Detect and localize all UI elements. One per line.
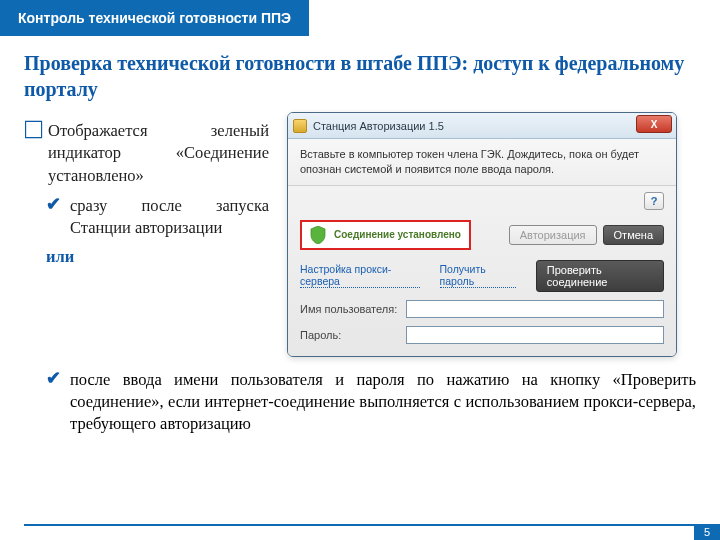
footer-line	[24, 524, 694, 540]
password-label: Пароль:	[300, 329, 400, 341]
or-label: или	[46, 247, 269, 267]
password-input[interactable]	[406, 326, 664, 344]
banner: Контроль технической готовности ППЭ	[0, 0, 309, 36]
help-button[interactable]: ?	[644, 192, 664, 210]
username-input[interactable]	[406, 300, 664, 318]
app-icon	[293, 119, 307, 133]
close-button[interactable]: X	[636, 115, 672, 133]
dialog-titlebar: Станция Авторизации 1.5 X	[288, 113, 676, 139]
dialog-prompt: Вставьте в компьютер токен члена ГЭК. До…	[288, 139, 676, 186]
sub-bullet-2: ✔ после ввода имени пользователя и парол…	[46, 369, 696, 436]
check-icon: ✔	[46, 195, 60, 240]
main-bullet-text: Отображается зеленый индикатор «Соединен…	[48, 120, 269, 187]
shield-icon	[310, 226, 326, 244]
check-icon: ✔	[46, 369, 60, 436]
main-bullet: 🞎 Отображается зеленый индикатор «Соедин…	[24, 120, 269, 187]
cancel-button[interactable]: Отмена	[603, 225, 664, 245]
square-bullet-icon: 🞎	[24, 120, 38, 187]
username-label: Имя пользователя:	[300, 303, 400, 315]
auth-button[interactable]: Авторизация	[509, 225, 597, 245]
sub-bullet-2-text: после ввода имени пользователя и пароля …	[70, 369, 696, 436]
proxy-settings-link[interactable]: Настройка прокси-сервера	[300, 263, 420, 288]
dialog-window: Станция Авторизации 1.5 X Вставьте в ком…	[287, 112, 677, 357]
page-number: 5	[694, 524, 720, 540]
footer: 5	[0, 524, 720, 540]
connection-status-box: Соединение установлено	[300, 220, 471, 250]
get-password-link[interactable]: Получить пароль	[440, 263, 516, 288]
dialog-title: Станция Авторизации 1.5	[313, 120, 444, 132]
sub-bullet-1: ✔ сразу после запуска Станции авторизаци…	[46, 195, 269, 240]
page-title: Проверка технической готовности в штабе …	[24, 50, 696, 102]
sub-bullet-1-text: сразу после запуска Станции авторизации	[70, 195, 269, 240]
check-connection-button[interactable]: Проверить соединение	[536, 260, 664, 292]
connection-status-text: Соединение установлено	[334, 229, 461, 240]
